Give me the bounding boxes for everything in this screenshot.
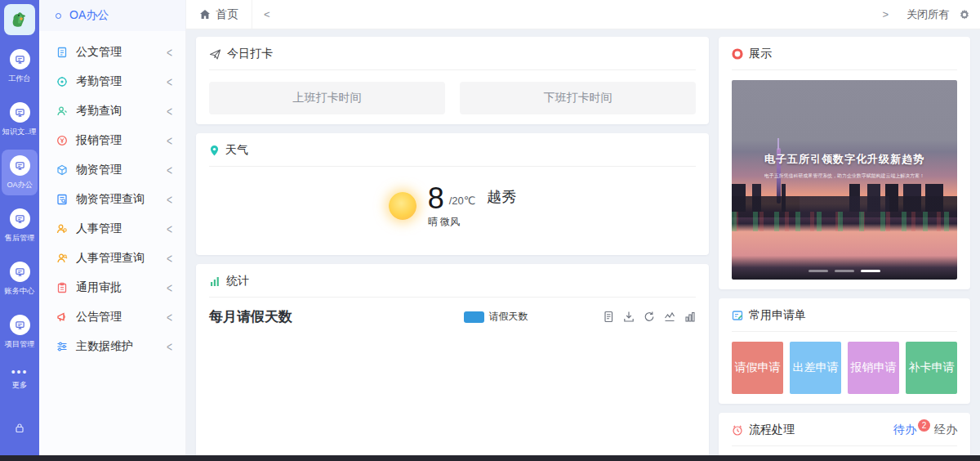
tabs-scroll-left[interactable]: < <box>252 8 282 20</box>
tab-home[interactable]: 首页 <box>186 0 252 29</box>
home-icon <box>199 9 211 20</box>
sidebar-item-material-mgmt[interactable]: 物资管理 < <box>39 155 185 185</box>
sidebar-item-hr-query[interactable]: 人事管理查询 < <box>39 244 185 273</box>
weather-range: /20℃ <box>449 195 476 207</box>
expense-request-button[interactable]: 报销申请 <box>848 342 899 394</box>
download-icon[interactable] <box>623 311 635 323</box>
rail-item-label: OA办公 <box>7 180 33 190</box>
rail-item-more[interactable]: ••• 更多 <box>2 362 38 396</box>
sliders-icon <box>56 340 69 353</box>
sidebar-item-hr-mgmt[interactable]: 人事管理 < <box>39 214 185 244</box>
clipboard-icon <box>56 281 69 294</box>
alarm-clock-icon <box>732 424 743 436</box>
chevron-left-icon: < <box>167 191 172 208</box>
card-header: 流程处理 待办 2 经办 <box>732 423 957 446</box>
paper-plane-icon <box>209 48 221 60</box>
chart-legend[interactable]: 请假天数 <box>389 310 603 324</box>
chart-plot-area <box>209 326 696 457</box>
chevron-left-icon: < <box>167 162 172 178</box>
card-header: 今日打卡 <box>209 47 696 70</box>
todo-count-badge: 2 <box>918 419 930 432</box>
sun-icon <box>389 192 416 220</box>
dragon-logo-icon <box>9 9 30 30</box>
module-sidebar: OA办公 公文管理 < 考勤管理 < 考勤查询 < <box>39 0 186 461</box>
sidebar-item-master-data[interactable]: 主数据维护 < <box>39 332 185 361</box>
rail-item-aftersales[interactable]: 售后管理 <box>2 203 38 248</box>
card-title: 今日打卡 <box>227 47 273 61</box>
process-tabs: 待办 2 经办 <box>893 423 957 437</box>
rail-item-workbench[interactable]: 工作台 <box>2 43 38 89</box>
rail-item-project[interactable]: 项目管理 <box>2 309 38 355</box>
weather-main: 8 /20℃ 越秀 晴 微风 <box>428 184 517 229</box>
rail-item-label: 售后管理 <box>5 233 35 244</box>
card-display: 展示 电子五所引领数字化升级新趋势 电子五所凭借科研成果管理系统，助力企业数字赋… <box>719 37 970 289</box>
tab-todo[interactable]: 待办 2 <box>893 423 916 437</box>
settings-button[interactable] <box>956 9 980 20</box>
bar-chart-toggle-icon[interactable] <box>684 311 696 323</box>
rail-item-label: 账务中心 <box>5 286 35 297</box>
carousel-indicator[interactable] <box>835 270 854 272</box>
sidebar-item-document-mgmt[interactable]: 公文管理 < <box>39 38 185 67</box>
sidebar-item-attendance-mgmt[interactable]: 考勤管理 < <box>39 67 185 96</box>
sidebar-item-attendance-query[interactable]: 考勤查询 < <box>39 96 185 126</box>
money-icon <box>56 134 69 147</box>
tabs-scroll-right[interactable]: > <box>871 8 900 20</box>
close-all-tabs-button[interactable]: 关闭所有 <box>900 7 956 22</box>
rail-item-label: 更多 <box>12 380 27 391</box>
carousel-indicator-active[interactable] <box>861 270 880 272</box>
reclock-request-button[interactable]: 补卡申请 <box>906 342 957 394</box>
monitor-icon <box>10 208 30 229</box>
punch-buttons: 上班打卡时间 下班打卡时间 <box>209 82 696 114</box>
data-view-icon[interactable] <box>603 311 614 323</box>
chevron-left-icon: < <box>167 250 172 266</box>
water-reflections <box>732 212 957 231</box>
rail-item-label: 知识文..理 <box>2 127 37 137</box>
location-pin-icon <box>209 145 220 157</box>
record-circle-icon <box>732 48 743 60</box>
rail-item-finance[interactable]: 账务中心 <box>2 256 38 302</box>
chevron-left-icon: < <box>167 309 172 325</box>
lock-toggle[interactable] <box>0 423 39 433</box>
sidebar-item-general-approval[interactable]: 通用审批 < <box>39 273 185 302</box>
sidebar-header: OA办公 <box>39 0 185 31</box>
sidebar-item-material-query[interactable]: 物资管理查询 < <box>39 185 185 214</box>
chevron-left-icon: < <box>167 74 172 90</box>
business-trip-request-button[interactable]: 出差申请 <box>790 342 841 394</box>
card-process-handling: 流程处理 待办 2 经办 请假申请 请假单号 申请人系统... 未提交 <box>719 413 970 461</box>
rail-item-oa-office[interactable]: OA办公 <box>2 150 38 195</box>
chart-title: 每月请假天数 <box>209 307 389 326</box>
clock-in-button[interactable]: 上班打卡时间 <box>209 82 445 114</box>
person-icon <box>56 105 69 118</box>
sidebar-item-expense-mgmt[interactable]: 报销管理 < <box>39 126 185 155</box>
leave-request-button[interactable]: 请假申请 <box>732 342 783 394</box>
chevron-left-icon: < <box>167 338 172 355</box>
tab-handled[interactable]: 经办 <box>934 423 957 437</box>
rail-item-knowledge[interactable]: 知识文..理 <box>2 96 38 142</box>
carousel-headline: 电子五所引领数字化升级新趋势 <box>732 152 957 167</box>
app-rail: 工作台 知识文..理 OA办公 售后管理 账务中心 项目管理 ••• 更多 <box>0 0 39 461</box>
document-search-icon <box>56 193 69 206</box>
weather-condition: 晴 微风 <box>428 215 517 229</box>
tab-bar: 首页 < > 关闭所有 <box>186 0 980 29</box>
person-search-icon <box>56 252 69 265</box>
card-statistics: 统计 每月请假天数 请假天数 <box>196 264 709 461</box>
circle-bullet-icon <box>56 13 61 19</box>
sidebar-menu: 公文管理 < 考勤管理 < 考勤查询 < 报销管理 < <box>39 31 185 361</box>
carousel-indicator[interactable] <box>808 270 828 272</box>
sidebar-item-announcement-mgmt[interactable]: 公告管理 < <box>39 302 185 332</box>
monitor-icon <box>10 102 30 123</box>
carousel-subline: 电子五所凭借科研成果管理系统，助力企业数字赋能构建云端上解决方案！ <box>764 172 924 180</box>
app-logo[interactable] <box>4 4 35 35</box>
card-header: 天气 <box>209 143 696 167</box>
bottom-edge-bar <box>0 455 980 461</box>
form-pen-icon <box>732 310 743 321</box>
refresh-icon[interactable] <box>644 311 655 323</box>
legend-swatch <box>464 311 484 323</box>
monitor-icon <box>10 155 30 176</box>
monitor-icon <box>10 49 30 69</box>
rail-item-label: 工作台 <box>8 74 31 84</box>
chart-header: 每月请假天数 请假天数 <box>209 307 696 326</box>
clock-out-button[interactable]: 下班打卡时间 <box>460 82 696 114</box>
line-chart-toggle-icon[interactable] <box>664 311 675 323</box>
promo-carousel[interactable]: 电子五所引领数字化升级新趋势 电子五所凭借科研成果管理系统，助力企业数字赋能构建… <box>732 80 957 280</box>
